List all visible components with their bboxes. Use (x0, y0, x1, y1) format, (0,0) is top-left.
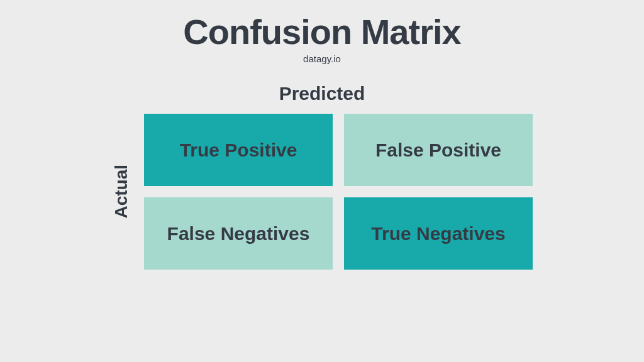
predicted-axis-label: Predicted (279, 83, 365, 104)
diagram-title: Confusion Matrix (183, 11, 460, 52)
cell-false-positive: False Positive (344, 114, 533, 186)
diagram-header: Confusion Matrix datagy.io (183, 11, 460, 64)
confusion-matrix: Predicted Actual True Positive False Pos… (111, 83, 533, 270)
cell-true-negatives: True Negatives (344, 197, 533, 270)
matrix-grid: True Positive False Positive False Negat… (144, 114, 533, 270)
diagram-subtitle: datagy.io (183, 53, 460, 64)
matrix-body: Actual True Positive False Positive Fals… (111, 114, 533, 270)
cell-true-positive: True Positive (144, 114, 333, 186)
actual-axis-label: Actual (111, 165, 131, 219)
cell-false-negatives: False Negatives (144, 197, 333, 270)
